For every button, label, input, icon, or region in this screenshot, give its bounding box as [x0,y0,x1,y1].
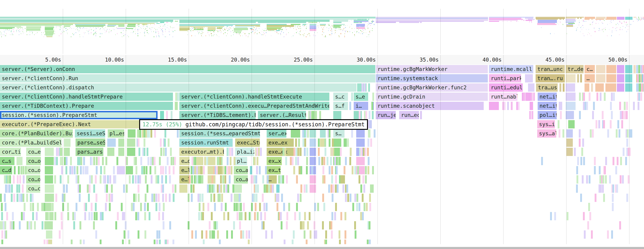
flame-frame[interactable] [166,111,168,119]
flame-frame[interactable] [281,194,283,202]
flame-frame[interactable] [66,166,67,174]
flame-frame[interactable]: co…ef [26,148,41,156]
flame-frame[interactable] [302,129,304,138]
flame-frame[interactable] [332,138,334,147]
flame-frame[interactable] [224,175,226,184]
flame-frame[interactable] [5,230,7,239]
flame-frame[interactable] [109,175,111,184]
flame-frame[interactable] [352,203,354,211]
flame-frame[interactable] [333,148,340,156]
flame-frame[interactable] [626,111,628,119]
flame-frame[interactable] [61,148,62,156]
flame-frame[interactable] [230,157,232,165]
flame-frame[interactable] [634,65,636,73]
flame-frame[interactable] [259,166,261,174]
flame-frame[interactable] [352,166,354,174]
flame-frame[interactable] [626,102,628,110]
flame-frame[interactable] [314,221,315,230]
flame-frame[interactable] [347,194,349,202]
flame-frame[interactable] [605,157,607,165]
flame-frame[interactable] [638,92,640,101]
flame-frame[interactable]: pla…iz [235,148,254,156]
flame-frame[interactable] [1,203,3,211]
flame-frame[interactable] [329,138,330,147]
flame-frame[interactable] [262,175,264,184]
flame-frame[interactable] [199,203,200,211]
flame-frame[interactable] [318,138,320,147]
flame-frame[interactable] [124,230,126,239]
flame-frame[interactable] [304,148,306,156]
flame-frame[interactable] [154,166,156,174]
flame-frame[interactable] [560,84,561,92]
flame-frame[interactable] [624,102,626,110]
flame-frame[interactable]: ex…x [267,157,282,165]
flame-frame[interactable] [61,157,63,165]
flame-frame[interactable] [191,194,193,202]
flame-frame[interactable] [576,175,578,184]
flame-frame[interactable] [23,175,24,184]
flame-frame[interactable] [331,175,333,184]
flame-frame[interactable] [603,120,605,128]
flame-frame[interactable] [66,184,68,193]
flame-frame[interactable] [236,212,238,220]
flame-frame[interactable] [91,157,92,165]
flame-frame[interactable]: s…f [333,102,348,110]
flame-frame[interactable] [220,175,222,184]
flame-frame[interactable] [280,175,282,184]
flame-frame[interactable] [368,111,370,119]
flame-frame[interactable] [18,166,20,174]
flame-frame[interactable] [125,221,126,230]
flame-frame[interactable] [303,221,304,230]
flame-frame[interactable] [230,166,232,174]
flame-frame[interactable] [576,184,578,193]
flame-frame[interactable]: core.(*Pla…buildSelec [0,138,62,147]
flame-frame[interactable] [589,175,590,184]
flame-frame[interactable] [590,129,592,138]
flame-frame[interactable] [41,203,43,211]
flame-frame[interactable] [236,203,238,211]
flame-frame[interactable] [616,129,618,138]
flame-frame[interactable] [357,166,359,174]
flame-frame[interactable] [326,157,328,165]
flame-frame[interactable] [489,102,499,110]
flame-frame[interactable] [319,111,321,119]
flame-frame[interactable] [140,157,142,165]
flame-frame[interactable] [27,221,28,230]
flame-frame[interactable] [325,230,327,239]
flame-frame[interactable] [156,194,157,202]
flame-frame[interactable] [310,230,312,239]
flame-frame[interactable] [210,184,212,193]
flame-frame[interactable] [612,157,614,165]
flame-frame[interactable] [167,157,168,165]
flame-frame[interactable] [345,157,347,165]
flame-frame[interactable] [217,184,219,193]
flame-frame[interactable] [629,148,631,156]
flame-frame[interactable] [364,84,366,92]
flame-frame[interactable] [225,203,227,211]
flame-frame[interactable] [4,203,6,211]
flame-frame[interactable] [307,221,309,230]
flame-frame[interactable] [206,230,208,239]
flame-frame[interactable] [4,175,6,184]
flame-frame[interactable]: e…l [179,175,190,184]
flame-frame[interactable] [14,166,16,174]
flame-frame[interactable] [102,212,104,220]
flame-frame[interactable] [566,212,568,220]
flame-frame[interactable] [330,157,332,165]
flame-frame[interactable] [160,166,162,174]
flame-frame[interactable] [69,166,71,174]
flame-frame[interactable] [335,203,337,211]
flame-frame[interactable] [213,230,215,239]
flame-frame[interactable] [94,212,96,220]
flame-frame[interactable] [320,129,326,138]
flame-frame[interactable] [580,157,582,165]
flame-frame[interactable] [100,175,102,184]
flame-frame[interactable] [104,166,106,174]
flame-frame[interactable] [62,194,64,202]
flame-frame[interactable] [362,175,364,184]
flame-frame[interactable] [562,129,564,138]
flame-frame[interactable] [151,175,152,184]
flame-frame[interactable] [618,129,620,138]
flame-frame[interactable] [613,92,615,101]
flame-frame[interactable] [16,184,18,193]
